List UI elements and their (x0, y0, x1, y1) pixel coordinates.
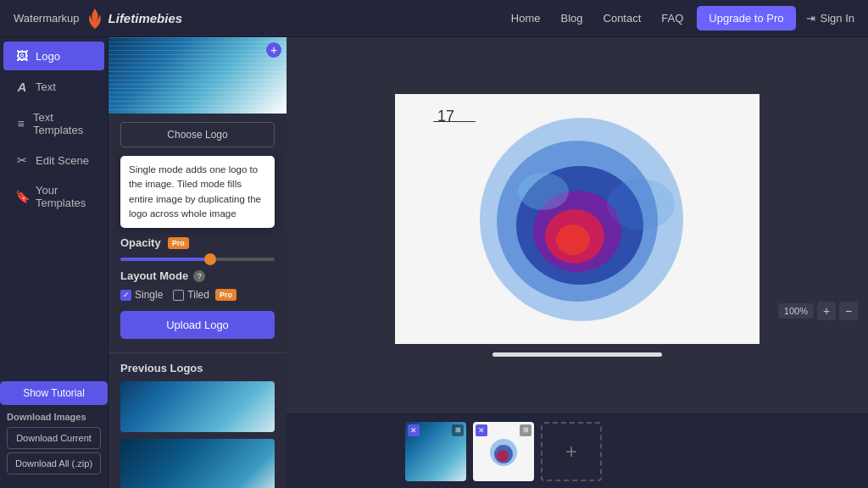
sidebar-edit-scene-label: Edit Scene (36, 154, 89, 167)
prev-logos-title: Previous Logos (108, 362, 287, 374)
zoom-controls: 100% + − (778, 302, 858, 320)
layout-mode-row: Layout Mode ? (120, 269, 275, 282)
opacity-pro-badge: Pro (168, 237, 189, 249)
svg-point-11 (497, 450, 509, 462)
opacity-slider[interactable] (120, 258, 275, 261)
prev-logos-list (108, 381, 287, 488)
upload-logo-button[interactable]: Upload Logo (120, 311, 275, 339)
upgrade-button[interactable]: Upgrade to Pro (697, 6, 795, 30)
opacity-label: Opacity (120, 236, 161, 249)
panel-controls: Choose Logo Single mode adds one logo to… (108, 114, 287, 349)
zoom-percent-label: 100% (778, 303, 814, 319)
download-title: Download Images (7, 412, 101, 422)
panel: + Choose Logo Single mode adds one logo … (108, 37, 287, 488)
svg-point-7 (518, 173, 569, 210)
text-templates-icon: ≡ (15, 117, 26, 130)
horizontal-scrollbar[interactable] (492, 352, 662, 357)
opacity-handle[interactable] (204, 253, 216, 265)
checkboxes-row: ✓ Single Tiled Pro (120, 289, 275, 301)
download-section: Download Images Download Current Downloa… (0, 412, 108, 488)
layout-mode-label: Layout Mode (120, 269, 188, 282)
top-nav: Watermarkup Lifetimebies Home Blog Conta… (0, 0, 868, 37)
choose-logo-button[interactable]: Choose Logo (120, 122, 275, 147)
nav-faq[interactable]: FAQ (661, 12, 683, 25)
brand-name: Watermarkup (14, 12, 80, 25)
nav-home[interactable]: Home (511, 12, 541, 25)
download-current-button[interactable]: Download Current (7, 427, 101, 449)
canvas-artwork (395, 94, 760, 344)
download-all-button[interactable]: Download All (.zip) (7, 452, 101, 474)
sidebar: 🖼 Logo A Text ≡ Text Templates ✂ Edit Sc… (0, 37, 108, 488)
single-checkbox-item[interactable]: ✓ Single (120, 289, 163, 301)
prev-logo-1[interactable] (120, 381, 275, 432)
main-area: 🖼 Logo A Text ≡ Text Templates ✂ Edit Sc… (0, 37, 868, 488)
canvas-area: 17 100% + − (287, 37, 868, 413)
opacity-slider-container[interactable] (120, 258, 275, 261)
watermark-line (433, 121, 476, 122)
nav-blog[interactable]: Blog (560, 12, 582, 25)
nav-contact[interactable]: Contact (604, 12, 642, 25)
panel-thumb-plus-icon[interactable]: + (266, 42, 281, 58)
film-image-icon-1: ⊞ (452, 424, 464, 436)
filmstrip: ✕ ⊞ ✕ ⊞ + (287, 413, 868, 488)
film-add-button[interactable]: + (541, 422, 602, 481)
signin-button[interactable]: ⇥ Sign In (806, 12, 854, 25)
sidebar-text-templates-label: Text Templates (33, 111, 92, 136)
single-checkbox[interactable]: ✓ (120, 290, 131, 301)
film-blob-art (482, 430, 525, 473)
tooltip-text: Single mode adds one logo to the image. … (129, 164, 261, 219)
sidebar-text-label: Text (36, 80, 56, 93)
tiled-checkbox-item[interactable]: Tiled Pro (173, 289, 236, 301)
flame-icon (86, 8, 103, 29)
panel-thumbnail: + (108, 37, 287, 114)
film-remove-icon-1[interactable]: ✕ (408, 424, 420, 436)
sidebar-your-templates-label: Your Templates (36, 184, 92, 209)
film-thumb-1[interactable]: ✕ ⊞ (405, 422, 466, 481)
lifetimebies-text: Lifetimebies (108, 11, 183, 25)
edit-scene-icon: ✂ (15, 153, 29, 167)
divider (108, 352, 287, 353)
nav-brand: Watermarkup Lifetimebies (14, 8, 182, 29)
ocean-thumb-2 (120, 439, 275, 488)
your-templates-icon: 🔖 (15, 190, 29, 203)
tiled-checkbox[interactable] (173, 290, 184, 301)
signin-icon: ⇥ (806, 12, 815, 25)
tiled-label: Tiled (187, 289, 209, 301)
canvas-section: 17 100% + − ✕ ⊞ (287, 37, 868, 488)
sidebar-item-text[interactable]: A Text (3, 72, 104, 102)
layout-mode-help-icon[interactable]: ? (193, 270, 205, 282)
canvas-wrapper: 17 (395, 94, 760, 344)
text-icon: A (15, 80, 29, 94)
sidebar-item-logo[interactable]: 🖼 Logo (3, 42, 104, 70)
panel-thumb-ocean (108, 37, 287, 114)
sidebar-item-your-templates[interactable]: 🔖 Your Templates (3, 176, 104, 217)
sidebar-item-text-templates[interactable]: ≡ Text Templates (3, 103, 104, 144)
check-icon: ✓ (123, 291, 130, 299)
prev-logo-2[interactable] (120, 439, 275, 488)
svg-point-6 (556, 225, 590, 255)
film-remove-icon-2[interactable]: ✕ (476, 424, 487, 436)
zoom-in-button[interactable]: + (817, 302, 836, 320)
tooltip-box: Single mode adds one logo to the image. … (120, 156, 275, 228)
tutorial-button[interactable]: Show Tutorial (0, 381, 108, 405)
film-thumb-2[interactable]: ✕ ⊞ (473, 422, 534, 481)
signin-label: Sign In (821, 12, 854, 25)
nav-links: Home Blog Contact FAQ (511, 12, 684, 25)
film-image-icon-2: ⊞ (520, 424, 531, 436)
logo-icon: 🖼 (15, 49, 29, 63)
opacity-row: Opacity Pro (120, 236, 275, 249)
sidebar-item-edit-scene[interactable]: ✂ Edit Scene (3, 146, 104, 175)
watermark-number: 17 (437, 108, 454, 125)
ocean-thumb-1 (120, 381, 275, 432)
sidebar-logo-label: Logo (36, 50, 60, 63)
tiled-pro-badge: Pro (215, 289, 236, 301)
zoom-out-button[interactable]: − (839, 302, 858, 320)
svg-point-8 (607, 179, 675, 230)
single-label: Single (135, 289, 163, 301)
brand-logo: Lifetimebies (86, 8, 183, 29)
